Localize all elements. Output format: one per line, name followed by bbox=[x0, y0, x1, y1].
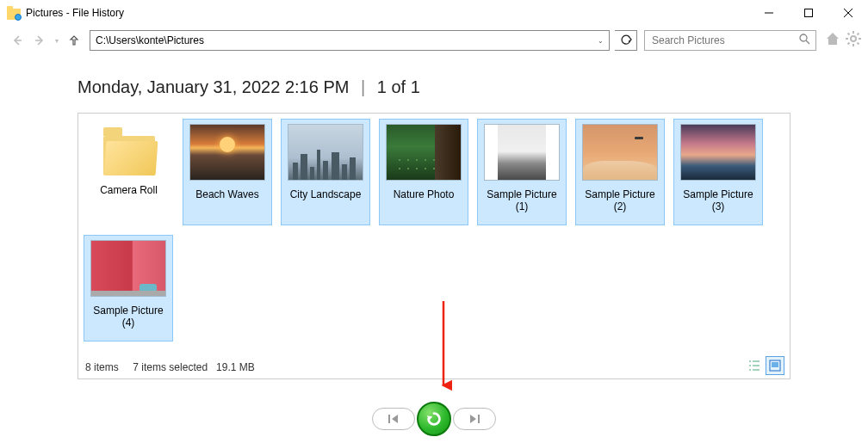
file-item[interactable]: City Landscape bbox=[281, 119, 370, 225]
item-label: Beach Waves bbox=[194, 188, 261, 200]
folder-item[interactable]: Camera Roll bbox=[84, 119, 174, 226]
playback-controls bbox=[372, 402, 496, 436]
file-item[interactable]: Sample Picture (2) bbox=[575, 119, 665, 225]
home-icon[interactable] bbox=[825, 31, 840, 50]
maximize-button[interactable] bbox=[789, 0, 828, 26]
selection-count: 7 items selected bbox=[133, 361, 208, 373]
thumbnail bbox=[583, 125, 657, 180]
svg-rect-1 bbox=[805, 9, 813, 17]
address-dropdown[interactable]: ⌄ bbox=[592, 31, 609, 50]
address-bar[interactable]: C:\Users\konte\Pictures ⌄ bbox=[90, 30, 610, 51]
details-view-button[interactable] bbox=[745, 356, 764, 375]
item-label: Sample Picture (4) bbox=[84, 305, 172, 329]
file-item[interactable]: Sample Picture (4) bbox=[84, 235, 173, 341]
file-item[interactable]: Sample Picture (1) bbox=[477, 119, 567, 225]
recent-dropdown[interactable]: ▾ bbox=[52, 37, 62, 45]
title-bar: Pictures - File History bbox=[0, 0, 868, 26]
status-bar: 8 items 7 items selected 19.1 MB bbox=[85, 361, 255, 373]
version-pager: 1 of 1 bbox=[377, 77, 420, 96]
up-button[interactable] bbox=[64, 30, 84, 51]
folder-icon bbox=[100, 127, 158, 175]
app-icon bbox=[7, 6, 21, 20]
item-label: Nature Photo bbox=[392, 188, 456, 200]
previous-version-button[interactable] bbox=[372, 408, 415, 430]
annotation-arrow bbox=[435, 301, 452, 396]
item-count: 8 items bbox=[85, 361, 119, 373]
thumbnail bbox=[681, 125, 755, 180]
thumbnail bbox=[387, 125, 461, 180]
file-item[interactable]: Beach Waves bbox=[183, 119, 272, 225]
item-label: Sample Picture (2) bbox=[576, 188, 664, 213]
navigation-bar: ▾ C:\Users\konte\Pictures ⌄ bbox=[0, 26, 868, 55]
svg-line-13 bbox=[848, 34, 850, 35]
forward-button[interactable] bbox=[29, 30, 50, 51]
search-input[interactable] bbox=[650, 34, 799, 47]
svg-line-14 bbox=[858, 43, 859, 45]
svg-rect-26 bbox=[388, 415, 390, 423]
svg-line-7 bbox=[806, 40, 809, 44]
restore-button[interactable] bbox=[417, 402, 451, 436]
selection-size: 19.1 MB bbox=[216, 361, 255, 373]
svg-rect-27 bbox=[478, 415, 480, 423]
thumbnail bbox=[91, 241, 165, 296]
refresh-button[interactable] bbox=[615, 30, 637, 51]
thumbnail bbox=[190, 125, 264, 180]
svg-point-6 bbox=[800, 34, 807, 41]
back-button[interactable] bbox=[7, 30, 28, 51]
svg-line-16 bbox=[858, 34, 859, 35]
item-label: City Landscape bbox=[288, 188, 363, 200]
close-button[interactable] bbox=[828, 0, 868, 26]
search-icon bbox=[799, 34, 810, 47]
search-box[interactable] bbox=[644, 30, 816, 51]
version-timestamp: Monday, January 31, 2022 2:16 PM bbox=[78, 77, 349, 96]
thumbnails-view-button[interactable] bbox=[766, 356, 784, 375]
address-path: C:\Users\konte\Pictures bbox=[90, 34, 592, 46]
item-label: Sample Picture (3) bbox=[674, 188, 762, 213]
page-heading: Monday, January 31, 2022 2:16 PM | 1 of … bbox=[78, 77, 790, 97]
item-label: Camera Roll bbox=[98, 184, 159, 196]
thumbnail bbox=[288, 125, 363, 180]
thumbnail bbox=[485, 125, 559, 180]
file-item[interactable]: Sample Picture (3) bbox=[673, 119, 763, 225]
gear-icon[interactable] bbox=[846, 31, 861, 50]
file-item[interactable]: Nature Photo bbox=[379, 119, 468, 225]
window-title: Pictures - File History bbox=[26, 7, 124, 19]
file-listing: Camera RollBeach WavesCity LandscapeNatu… bbox=[78, 113, 790, 379]
svg-line-15 bbox=[848, 43, 850, 45]
next-version-button[interactable] bbox=[453, 408, 496, 430]
item-label: Sample Picture (1) bbox=[478, 188, 566, 213]
minimize-button[interactable] bbox=[749, 0, 789, 26]
svg-rect-24 bbox=[772, 362, 778, 367]
svg-point-8 bbox=[851, 36, 856, 41]
